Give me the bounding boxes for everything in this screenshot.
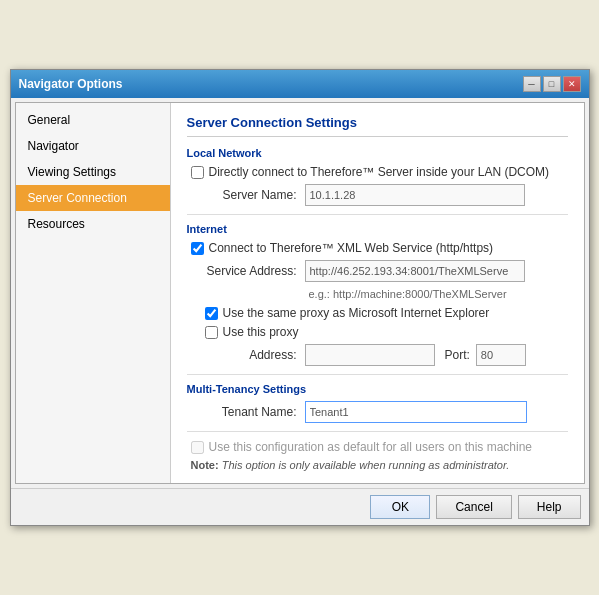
local-network-section: Local Network Directly connect to Theref… [187,147,568,206]
note-text: Note: This option is only available when… [187,459,568,471]
connect-xml-label: Connect to Therefore™ XML Web Service (h… [209,241,494,255]
sidebar: General Navigator Viewing Settings Serve… [16,103,171,483]
sidebar-item-navigator[interactable]: Navigator [16,133,170,159]
same-proxy-label: Use the same proxy as Microsoft Internet… [223,306,490,320]
port-input[interactable] [476,344,526,366]
service-address-input[interactable] [305,260,525,282]
sidebar-item-general[interactable]: General [16,107,170,133]
local-network-label: Local Network [187,147,568,159]
proxy-address-label: Address: [187,348,297,362]
tenant-name-row: Tenant Name: [187,401,568,423]
content-title: Server Connection Settings [187,115,568,137]
default-config-row: Use this configuration as default for al… [187,440,568,454]
footer: OK Cancel Help [11,488,589,525]
note-italic: This option is only available when runni… [222,459,510,471]
connect-xml-checkbox[interactable] [191,242,204,255]
use-proxy-label: Use this proxy [223,325,299,339]
proxy-address-row: Address: Port: [187,344,568,366]
minimize-button[interactable]: ─ [523,76,541,92]
tenant-name-input[interactable] [305,401,527,423]
note-bold: Note: [191,459,219,471]
same-proxy-checkbox[interactable] [205,307,218,320]
ok-button[interactable]: OK [370,495,430,519]
window-body: General Navigator Viewing Settings Serve… [15,102,585,484]
same-proxy-row: Use the same proxy as Microsoft Internet… [187,306,568,320]
default-config-label: Use this configuration as default for al… [209,440,533,454]
direct-connect-label: Directly connect to Therefore™ Server in… [209,165,550,179]
window-title: Navigator Options [19,77,123,91]
server-name-input[interactable] [305,184,525,206]
tenant-name-label: Tenant Name: [187,405,297,419]
eg-text: e.g.: http://machine:8000/TheXMLServer [187,288,568,300]
divider-1 [187,214,568,215]
connect-xml-row: Connect to Therefore™ XML Web Service (h… [187,241,568,255]
default-config-checkbox[interactable] [191,441,204,454]
server-name-row: Server Name: [187,184,568,206]
service-address-row: Service Address: [187,260,568,282]
direct-connect-checkbox[interactable] [191,166,204,179]
use-proxy-checkbox[interactable] [205,326,218,339]
content-area: Server Connection Settings Local Network… [171,103,584,483]
internet-section: Internet Connect to Therefore™ XML Web S… [187,223,568,366]
port-label: Port: [445,348,470,362]
service-address-label: Service Address: [187,264,297,278]
multi-tenancy-label: Multi-Tenancy Settings [187,383,568,395]
divider-3 [187,431,568,432]
sidebar-item-resources[interactable]: Resources [16,211,170,237]
proxy-address-input[interactable] [305,344,435,366]
divider-2 [187,374,568,375]
direct-connect-row: Directly connect to Therefore™ Server in… [187,165,568,179]
multi-tenancy-section: Multi-Tenancy Settings Tenant Name: [187,383,568,423]
help-button[interactable]: Help [518,495,581,519]
sidebar-item-viewing-settings[interactable]: Viewing Settings [16,159,170,185]
server-name-label: Server Name: [187,188,297,202]
maximize-button[interactable]: □ [543,76,561,92]
title-bar-controls: ─ □ ✕ [523,76,581,92]
close-button[interactable]: ✕ [563,76,581,92]
title-bar: Navigator Options ─ □ ✕ [11,70,589,98]
use-proxy-row: Use this proxy [187,325,568,339]
sidebar-item-server-connection[interactable]: Server Connection [16,185,170,211]
cancel-button[interactable]: Cancel [436,495,511,519]
internet-label: Internet [187,223,568,235]
window: Navigator Options ─ □ ✕ General Navigato… [10,69,590,526]
